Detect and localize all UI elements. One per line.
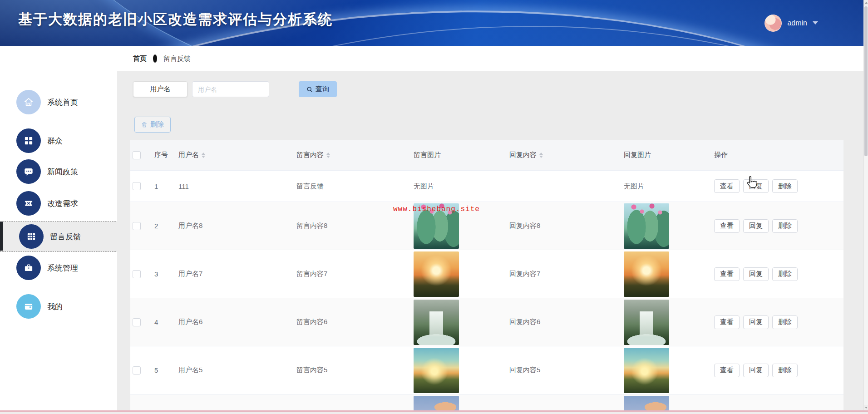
cell-reply: 回复内容7 [505,250,620,298]
app-title: 基于大数据的老旧小区改造需求评估与分析系统 [18,10,333,29]
view-button[interactable]: 查看 [714,267,740,281]
sidebar-item-feedback[interactable]: 留言反馈 [0,222,118,251]
delete-row-button[interactable]: 删除 [772,364,798,377]
breadcrumb-home[interactable]: 首页 [133,54,147,63]
scroll-up-arrow[interactable] [864,0,868,5]
table-row: 4 用户名6 留言内容6 回复内容6 查看 回复 删除 [130,298,843,346]
table-row: 5 用户名5 留言内容5 回复内容5 查看 回复 删除 [130,346,843,394]
table-icon [19,224,44,249]
query-button[interactable]: 查询 [299,81,337,97]
row-checkbox[interactable] [133,366,141,375]
no-image-text: 无图片 [414,182,434,191]
sidebar-item-label: 系统管理 [47,263,78,273]
sidebar-item-mine[interactable]: 我的 [0,292,117,321]
sidebar-item-home[interactable]: 系统首页 [0,88,117,117]
wallet-icon [16,294,41,319]
app-window: 基于大数据的老旧小区改造需求评估与分析系统 admin 首页 留言反馈 系统首页… [0,0,868,414]
reply-button[interactable]: 回复 [743,179,769,193]
column-header-actions: 操作 [707,140,843,170]
row-checkbox[interactable] [133,222,141,230]
briefcase-icon [16,256,41,280]
sidebar-item-renovation[interactable]: 改造需求 [0,189,117,218]
view-button[interactable]: 查看 [714,315,740,329]
message-image[interactable] [414,300,459,345]
cell-reply: 回复内容6 [505,298,620,346]
sidebar-item-masses[interactable]: 群众 [0,126,117,155]
sidebar-item-label: 我的 [47,301,63,312]
field-selector-button[interactable]: 用户名 [133,81,187,97]
query-button-label: 查询 [316,85,329,94]
sort-icon[interactable] [539,153,543,158]
view-button[interactable]: 查看 [714,364,740,377]
search-input[interactable] [192,81,269,97]
message-image[interactable] [414,251,459,297]
row-checkbox[interactable] [133,270,141,278]
delete-button-label: 删除 [150,120,164,129]
vertical-scrollbar[interactable] [863,0,868,414]
sort-icon[interactable] [326,153,330,158]
trash-icon [141,121,148,128]
watermark-text: www.bishebang.site [393,205,480,213]
message-image[interactable] [414,348,459,393]
cell-reply [505,171,620,202]
cell-reply: 回复内容8 [505,202,620,250]
sidebar-item-label: 改造需求 [47,198,78,209]
cell-content-image: 无图片 [408,171,505,202]
cell-username: 用户名8 [173,202,293,250]
reply-button[interactable]: 回复 [743,219,769,233]
home-icon [16,90,41,114]
column-header-content[interactable]: 留言内容 [293,140,408,170]
delete-row-button[interactable]: 删除 [772,219,798,233]
select-all-checkbox[interactable] [133,151,141,159]
column-header-index: 序号 [150,140,173,170]
cell-index: 2 [150,202,173,250]
reply-button[interactable]: 回复 [743,267,769,281]
feedback-table: 序号 用户名 留言内容 留言图片 回复内容 回复图片 操作 1 111 留言反馈… [130,140,843,414]
search-icon [306,86,313,93]
cell-username: 用户名7 [173,250,293,298]
table-row: 2 用户名8 留言内容8 回复内容8 查看 回复 删除 [130,202,843,250]
scrollbar-thumb[interactable] [864,6,868,156]
delete-row-button[interactable]: 删除 [772,267,798,281]
reply-image[interactable] [624,203,669,249]
scroll-down-arrow[interactable] [864,405,868,410]
reply-image[interactable] [624,300,669,345]
view-button[interactable]: 查看 [714,219,740,233]
sort-icon[interactable] [202,153,205,158]
cell-content: 留言反馈 [293,171,408,202]
batch-delete-button[interactable]: 删除 [134,117,171,133]
sidebar-item-label: 新闻政策 [47,167,78,177]
user-menu[interactable]: admin [764,0,818,46]
chat-icon [16,159,41,184]
avatar[interactable] [764,15,782,32]
column-header-content-image: 留言图片 [408,140,505,170]
cell-index: 3 [150,250,173,298]
table-row: 1 111 留言反馈 无图片 无图片 查看 回复 删除 [130,171,843,202]
sidebar-item-system[interactable]: 系统管理 [0,253,117,282]
column-header-username[interactable]: 用户名 [173,140,293,170]
table-header-row: 序号 用户名 留言内容 留言图片 回复内容 回复图片 操作 [130,140,843,171]
cell-username: 用户名6 [173,298,293,346]
row-checkbox[interactable] [133,318,141,326]
app-header: 基于大数据的老旧小区改造需求评估与分析系统 admin [0,0,868,46]
username-label[interactable]: admin [787,19,807,27]
sidebar-item-label: 留言反馈 [50,232,81,242]
reply-image[interactable] [624,348,669,393]
cell-index: 4 [150,298,173,346]
sidebar: 系统首页 群众 新闻政策 改造需求 留言反馈 [0,71,117,410]
reply-button[interactable]: 回复 [743,364,769,377]
cell-username: 111 [173,171,293,202]
cell-reply-image: 无图片 [620,171,707,202]
bottom-strip [0,412,868,414]
delete-row-button[interactable]: 删除 [772,179,798,193]
table-row: 3 用户名7 留言内容7 回复内容7 查看 回复 删除 [130,250,843,298]
row-checkbox[interactable] [133,182,141,190]
reply-image[interactable] [624,251,669,297]
delete-row-button[interactable]: 删除 [772,315,798,329]
cell-content: 留言内容8 [293,202,408,250]
view-button[interactable]: 查看 [714,179,740,193]
sidebar-item-news[interactable]: 新闻政策 [0,157,117,186]
cell-reply: 回复内容5 [505,346,620,394]
reply-button[interactable]: 回复 [743,315,769,329]
column-header-reply[interactable]: 回复内容 [505,140,620,170]
